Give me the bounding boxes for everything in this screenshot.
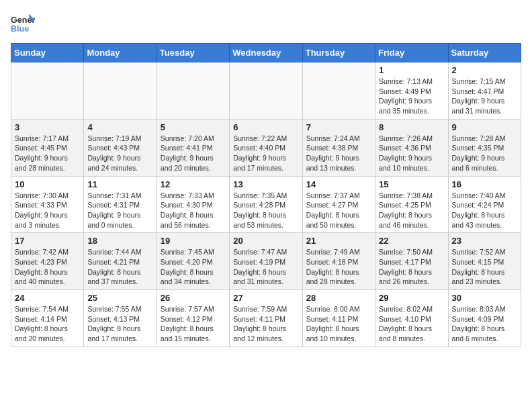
day-info: Sunrise: 7:31 AMSunset: 4:31 PMDaylight:… [87,191,152,230]
weekday-header: Sunday [11,44,84,62]
day-number: 26 [161,293,226,303]
day-info: Sunrise: 7:59 AMSunset: 4:11 PMDaylight:… [233,304,298,344]
calendar-cell: 12Sunrise: 7:33 AMSunset: 4:30 PMDayligh… [157,176,229,233]
calendar-cell: 10Sunrise: 7:30 AMSunset: 4:33 PMDayligh… [11,176,84,233]
day-number: 2 [452,65,517,75]
day-number: 24 [15,293,80,303]
calendar-cell: 17Sunrise: 7:42 AMSunset: 4:23 PMDayligh… [11,233,84,290]
day-number: 16 [452,179,517,189]
calendar-cell: 16Sunrise: 7:40 AMSunset: 4:24 PMDayligh… [448,176,521,233]
calendar-header-row: SundayMondayTuesdayWednesdayThursdayFrid… [11,44,521,62]
day-info: Sunrise: 7:52 AMSunset: 4:15 PMDaylight:… [452,247,517,287]
day-info: Sunrise: 7:28 AMSunset: 4:35 PMDaylight:… [452,134,517,173]
calendar-cell: 27Sunrise: 7:59 AMSunset: 4:11 PMDayligh… [230,290,302,347]
day-number: 6 [233,122,298,132]
day-number: 29 [379,293,444,303]
day-number: 11 [87,179,152,189]
calendar-cell [11,62,84,120]
day-info: Sunrise: 7:38 AMSunset: 4:25 PMDaylight:… [379,191,444,230]
calendar-cell: 19Sunrise: 7:45 AMSunset: 4:20 PMDayligh… [157,233,229,290]
day-number: 20 [233,236,298,246]
day-number: 7 [306,122,371,132]
calendar-cell: 2Sunrise: 7:15 AMSunset: 4:47 PMDaylight… [448,62,521,120]
day-info: Sunrise: 7:19 AMSunset: 4:43 PMDaylight:… [87,134,152,173]
calendar-cell: 3Sunrise: 7:17 AMSunset: 4:45 PMDaylight… [11,119,84,176]
day-info: Sunrise: 7:40 AMSunset: 4:24 PMDaylight:… [452,191,517,230]
calendar-week-row: 3Sunrise: 7:17 AMSunset: 4:45 PMDaylight… [11,119,521,176]
calendar-cell: 30Sunrise: 8:03 AMSunset: 4:09 PMDayligh… [448,290,521,347]
day-number: 17 [15,236,80,246]
calendar-week-row: 1Sunrise: 7:13 AMSunset: 4:49 PMDaylight… [11,62,521,120]
calendar-cell: 28Sunrise: 8:00 AMSunset: 4:11 PMDayligh… [302,290,375,347]
day-info: Sunrise: 8:02 AMSunset: 4:10 PMDaylight:… [379,304,444,344]
calendar-cell: 18Sunrise: 7:44 AMSunset: 4:21 PMDayligh… [84,233,157,290]
day-number: 12 [161,179,226,189]
calendar-cell: 11Sunrise: 7:31 AMSunset: 4:31 PMDayligh… [84,176,157,233]
weekday-header: Thursday [302,44,375,62]
calendar-cell: 23Sunrise: 7:52 AMSunset: 4:15 PMDayligh… [448,233,521,290]
day-info: Sunrise: 7:44 AMSunset: 4:21 PMDaylight:… [87,247,152,287]
day-info: Sunrise: 7:49 AMSunset: 4:18 PMDaylight:… [306,247,371,287]
day-number: 13 [233,179,298,189]
calendar-cell: 4Sunrise: 7:19 AMSunset: 4:43 PMDaylight… [84,119,157,176]
day-number: 15 [379,179,444,189]
day-number: 4 [87,122,152,132]
day-info: Sunrise: 7:17 AMSunset: 4:45 PMDaylight:… [15,134,80,173]
day-info: Sunrise: 7:54 AMSunset: 4:14 PMDaylight:… [15,304,80,344]
day-number: 1 [379,65,444,75]
day-info: Sunrise: 8:00 AMSunset: 4:11 PMDaylight:… [306,304,371,344]
day-info: Sunrise: 7:37 AMSunset: 4:27 PMDaylight:… [306,191,371,230]
day-info: Sunrise: 7:42 AMSunset: 4:23 PMDaylight:… [15,247,80,287]
day-info: Sunrise: 7:20 AMSunset: 4:41 PMDaylight:… [161,134,226,173]
calendar-cell: 21Sunrise: 7:49 AMSunset: 4:18 PMDayligh… [302,233,375,290]
day-info: Sunrise: 7:24 AMSunset: 4:38 PMDaylight:… [306,134,371,173]
calendar-week-row: 17Sunrise: 7:42 AMSunset: 4:23 PMDayligh… [11,233,521,290]
page-header: General Blue [11,11,521,35]
calendar-week-row: 10Sunrise: 7:30 AMSunset: 4:33 PMDayligh… [11,176,521,233]
calendar-week-row: 24Sunrise: 7:54 AMSunset: 4:14 PMDayligh… [11,290,521,347]
day-number: 19 [161,236,226,246]
day-number: 10 [15,179,80,189]
day-number: 23 [452,236,517,246]
day-number: 21 [306,236,371,246]
day-info: Sunrise: 7:30 AMSunset: 4:33 PMDaylight:… [15,191,80,230]
svg-text:Blue: Blue [11,24,29,34]
calendar-cell [157,62,229,120]
calendar-cell: 9Sunrise: 7:28 AMSunset: 4:35 PMDaylight… [448,119,521,176]
day-number: 14 [306,179,371,189]
logo-icon: General Blue [11,11,35,35]
day-info: Sunrise: 7:26 AMSunset: 4:36 PMDaylight:… [379,134,444,173]
calendar-cell: 14Sunrise: 7:37 AMSunset: 4:27 PMDayligh… [302,176,375,233]
logo: General Blue [11,11,35,35]
day-number: 8 [379,122,444,132]
day-number: 25 [87,293,152,303]
calendar-cell: 13Sunrise: 7:35 AMSunset: 4:28 PMDayligh… [230,176,302,233]
day-number: 18 [87,236,152,246]
day-info: Sunrise: 7:33 AMSunset: 4:30 PMDaylight:… [161,191,226,230]
calendar-cell: 29Sunrise: 8:02 AMSunset: 4:10 PMDayligh… [375,290,448,347]
calendar-cell [84,62,157,120]
day-number: 27 [233,293,298,303]
weekday-header: Tuesday [157,44,229,62]
calendar-cell [230,62,302,120]
day-info: Sunrise: 7:15 AMSunset: 4:47 PMDaylight:… [452,77,517,116]
calendar-cell: 20Sunrise: 7:47 AMSunset: 4:19 PMDayligh… [230,233,302,290]
day-info: Sunrise: 7:22 AMSunset: 4:40 PMDaylight:… [233,134,298,173]
day-info: Sunrise: 7:45 AMSunset: 4:20 PMDaylight:… [161,247,226,287]
calendar-cell: 1Sunrise: 7:13 AMSunset: 4:49 PMDaylight… [375,62,448,120]
calendar-cell: 7Sunrise: 7:24 AMSunset: 4:38 PMDaylight… [302,119,375,176]
calendar-cell: 5Sunrise: 7:20 AMSunset: 4:41 PMDaylight… [157,119,229,176]
calendar-table: SundayMondayTuesdayWednesdayThursdayFrid… [11,43,521,347]
day-number: 3 [15,122,80,132]
weekday-header: Friday [375,44,448,62]
calendar-cell: 26Sunrise: 7:57 AMSunset: 4:12 PMDayligh… [157,290,229,347]
calendar-cell: 6Sunrise: 7:22 AMSunset: 4:40 PMDaylight… [230,119,302,176]
day-number: 5 [161,122,226,132]
day-number: 9 [452,122,517,132]
day-number: 22 [379,236,444,246]
calendar-cell: 15Sunrise: 7:38 AMSunset: 4:25 PMDayligh… [375,176,448,233]
day-info: Sunrise: 7:13 AMSunset: 4:49 PMDaylight:… [379,77,444,116]
calendar-cell: 22Sunrise: 7:50 AMSunset: 4:17 PMDayligh… [375,233,448,290]
weekday-header: Saturday [448,44,521,62]
day-number: 30 [452,293,517,303]
